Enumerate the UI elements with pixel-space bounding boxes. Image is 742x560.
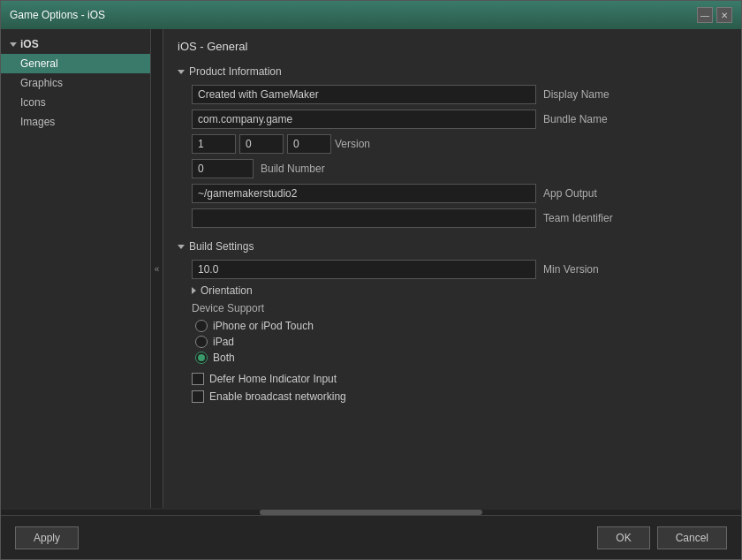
product-info-header: Product Information <box>178 65 727 78</box>
radio-both-row: Both <box>192 352 727 364</box>
version-major-input[interactable] <box>192 134 236 154</box>
main-panel: iOS - General Product Information Displa… <box>163 29 741 508</box>
main-content: « iOS - General Product Information Disp… <box>151 29 741 508</box>
sidebar-item-icons[interactable]: Icons <box>1 93 150 112</box>
close-button[interactable]: ✕ <box>716 7 732 23</box>
app-output-label: App Output <box>543 187 614 200</box>
sidebar: iOS General Graphics Icons Images <box>1 29 151 508</box>
build-number-input[interactable] <box>192 159 254 178</box>
app-output-row: App Output <box>192 184 727 203</box>
bundle-name-label: Bundle Name <box>543 113 614 125</box>
min-version-label: Min Version <box>543 263 614 276</box>
defer-home-checkbox[interactable] <box>192 373 204 385</box>
build-number-label: Build Number <box>261 163 331 175</box>
game-options-dialog: Game Options - iOS — ✕ iOS General Graph… <box>0 0 742 560</box>
bundle-name-input[interactable] <box>192 110 536 129</box>
bundle-name-row: Bundle Name <box>192 110 727 129</box>
broadcast-row: Enable broadcast networking <box>192 390 727 403</box>
sidebar-item-general[interactable]: General <box>1 54 150 73</box>
version-label: Version <box>335 138 405 150</box>
app-output-input[interactable] <box>192 184 536 203</box>
ok-button[interactable]: OK <box>597 526 649 549</box>
radio-both[interactable] <box>195 352 208 364</box>
broadcast-checkbox[interactable] <box>192 390 204 403</box>
cancel-button[interactable]: Cancel <box>657 526 727 549</box>
build-settings-header: Build Settings <box>178 240 727 253</box>
radio-iphone-label: iPhone or iPod Touch <box>213 320 314 332</box>
panel-title: iOS - General <box>178 40 727 53</box>
product-info-fields: Display Name Bundle Name Version <box>192 85 727 228</box>
sidebar-item-images[interactable]: Images <box>1 112 150 132</box>
defer-home-label: Defer Home Indicator Input <box>209 373 337 385</box>
team-id-label: Team Identifier <box>543 212 614 224</box>
radio-ipad-row: iPad <box>192 336 727 348</box>
orientation-header[interactable]: Orientation <box>192 284 727 297</box>
version-patch-input[interactable] <box>287 134 331 154</box>
radio-iphone[interactable] <box>195 320 208 332</box>
orientation-expand-icon <box>192 287 196 294</box>
footer-left: Apply <box>15 526 79 549</box>
footer: Apply OK Cancel <box>1 515 741 559</box>
scrollbar-area <box>1 510 741 515</box>
radio-iphone-row: iPhone or iPod Touch <box>192 320 727 332</box>
build-number-row: Build Number <box>192 159 727 178</box>
version-minor-input[interactable] <box>239 134 284 154</box>
product-info-section: Product Information Display Name Bundle … <box>178 65 727 228</box>
build-settings-section: Build Settings Min Version Orientation <box>178 240 727 403</box>
display-name-row: Display Name <box>192 85 727 104</box>
build-settings-fields: Min Version Orientation Device Support <box>192 260 727 403</box>
team-id-row: Team Identifier <box>192 208 727 228</box>
min-version-input[interactable] <box>192 260 536 279</box>
sidebar-item-graphics[interactable]: Graphics <box>1 73 150 93</box>
sidebar-item-ios[interactable]: iOS <box>1 34 150 54</box>
broadcast-label: Enable broadcast networking <box>209 390 346 403</box>
ios-expand-icon <box>10 42 17 47</box>
team-id-input[interactable] <box>192 208 536 228</box>
display-name-label: Display Name <box>543 88 614 101</box>
footer-right: OK Cancel <box>597 526 727 549</box>
display-name-input[interactable] <box>192 85 536 104</box>
build-settings-expand-icon <box>178 245 185 249</box>
sidebar-group: iOS General Graphics Icons Images <box>1 34 150 132</box>
scrollbar-thumb[interactable] <box>260 510 481 515</box>
title-bar: Game Options - iOS — ✕ <box>1 1 741 29</box>
minimize-button[interactable]: — <box>697 7 713 23</box>
radio-ipad-label: iPad <box>213 336 234 348</box>
radio-ipad[interactable] <box>195 336 208 348</box>
min-version-row: Min Version <box>192 260 727 279</box>
version-row: Version <box>192 134 727 154</box>
title-bar-buttons: — ✕ <box>697 7 732 23</box>
product-info-expand-icon <box>178 70 185 74</box>
apply-button[interactable]: Apply <box>15 526 79 549</box>
device-support-section: Device Support iPhone or iPod Touch iPad <box>192 302 727 364</box>
content-area: iOS General Graphics Icons Images « <box>1 29 741 508</box>
defer-home-row: Defer Home Indicator Input <box>192 373 727 385</box>
collapse-bar[interactable]: « <box>151 29 163 508</box>
device-support-label: Device Support <box>192 302 727 314</box>
dialog-title: Game Options - iOS <box>10 9 105 21</box>
radio-both-label: Both <box>213 352 235 364</box>
